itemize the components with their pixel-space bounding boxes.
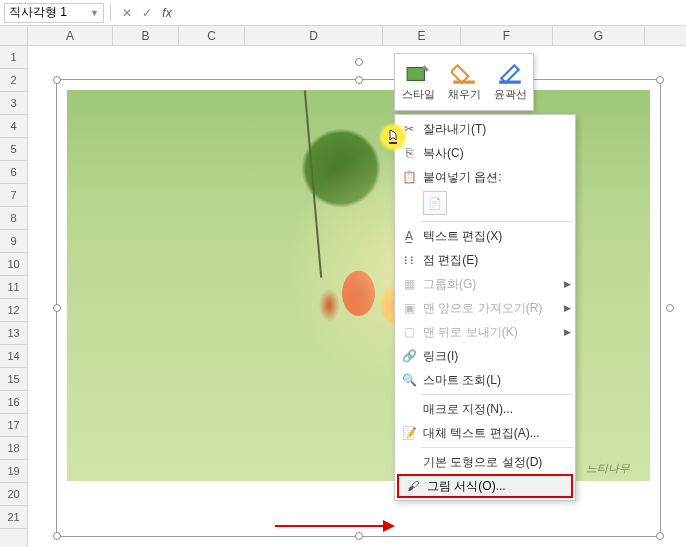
macro-icon [399, 400, 419, 418]
search-icon: 🔍 [399, 371, 419, 389]
row-headers: 1 2 3 4 5 6 7 8 9 10 11 12 13 14 15 16 1… [0, 46, 28, 547]
clipboard-icon: 📋 [399, 168, 419, 186]
menu-copy[interactable]: ⎘ 복사(C) [395, 141, 575, 165]
row-header[interactable]: 15 [0, 368, 27, 391]
style-button[interactable]: 스타일 [395, 54, 441, 110]
bring-front-icon: ▣ [399, 299, 419, 317]
menu-format-picture[interactable]: 🖌 그림 서식(O)... [397, 474, 573, 498]
svg-marker-5 [383, 520, 395, 532]
menu-edit-points[interactable]: ⫶⫶ 점 편집(E) [395, 248, 575, 272]
selection-handle[interactable] [53, 304, 61, 312]
column-headers: A B C D E F G [0, 26, 686, 46]
submenu-arrow-icon: ▶ [564, 327, 571, 337]
paste-option-buttons: 📄 [395, 189, 575, 219]
col-header[interactable]: E [383, 26, 461, 45]
selection-handle[interactable] [666, 304, 674, 312]
context-menu: ✂ 잘라내기(T) ⎘ 복사(C) 📋 붙여넣기 옵션: 📄 A̲ 텍스트 편집… [394, 114, 576, 501]
row-header[interactable]: 14 [0, 345, 27, 368]
menu-assign-macro[interactable]: 매크로 지정(N)... [395, 397, 575, 421]
row-header[interactable]: 2 [0, 69, 27, 92]
fx-icon[interactable]: fx [157, 3, 177, 23]
group-icon: ▦ [399, 275, 419, 293]
row-header[interactable]: 17 [0, 414, 27, 437]
rotation-handle[interactable] [355, 58, 363, 66]
row-header[interactable]: 12 [0, 299, 27, 322]
row-header[interactable]: 13 [0, 322, 27, 345]
col-header[interactable]: D [245, 26, 383, 45]
outline-icon [497, 63, 523, 85]
branch-graphic [304, 90, 322, 277]
fill-button[interactable]: 채우기 [441, 54, 487, 110]
row-header[interactable]: 20 [0, 483, 27, 506]
menu-edit-text[interactable]: A̲ 텍스트 편집(X) [395, 224, 575, 248]
row-header[interactable]: 19 [0, 460, 27, 483]
row-header[interactable]: 16 [0, 391, 27, 414]
cancel-icon[interactable]: ✕ [117, 3, 137, 23]
col-header[interactable]: F [461, 26, 553, 45]
paste-button[interactable]: 📄 [423, 191, 447, 215]
row-header[interactable]: 6 [0, 161, 27, 184]
menu-paste-options: 📋 붙여넣기 옵션: [395, 165, 575, 189]
menu-set-default[interactable]: 기본 도형으로 설정(D) [395, 450, 575, 474]
row-header[interactable]: 5 [0, 138, 27, 161]
selection-handle[interactable] [53, 76, 61, 84]
points-icon: ⫶⫶ [399, 251, 419, 269]
style-label: 스타일 [402, 87, 435, 102]
name-box[interactable]: 직사각형 1 ▼ [4, 3, 104, 23]
col-header[interactable]: G [553, 26, 645, 45]
row-header[interactable]: 18 [0, 437, 27, 460]
menu-smart-lookup[interactable]: 🔍 스마트 조회(L) [395, 368, 575, 392]
menu-bring-front: ▣ 맨 앞으로 가져오기(R) ▶ [395, 296, 575, 320]
divider [110, 4, 111, 22]
separator [421, 394, 573, 395]
svg-rect-2 [499, 80, 521, 83]
col-header[interactable]: B [113, 26, 179, 45]
row-header[interactable]: 7 [0, 184, 27, 207]
mini-toolbar: 스타일 채우기 윤곽선 [394, 53, 534, 111]
row-header[interactable]: 10 [0, 253, 27, 276]
default-shape-icon [399, 453, 419, 471]
select-all-corner[interactable] [0, 26, 28, 45]
format-icon: 🖌 [403, 477, 423, 495]
selection-handle[interactable] [355, 76, 363, 84]
style-icon [405, 63, 431, 85]
row-header[interactable]: 21 [0, 506, 27, 529]
selection-handle[interactable] [53, 532, 61, 540]
outline-label: 윤곽선 [494, 87, 527, 102]
cursor-icon [384, 128, 402, 152]
col-header[interactable]: C [179, 26, 245, 45]
formula-bar: 직사각형 1 ▼ ✕ ✓ fx [0, 0, 686, 26]
menu-send-back: ▢ 맨 뒤로 보내기(K) ▶ [395, 320, 575, 344]
menu-cut[interactable]: ✂ 잘라내기(T) [395, 117, 575, 141]
enter-icon[interactable]: ✓ [137, 3, 157, 23]
selection-handle[interactable] [656, 76, 664, 84]
dropdown-arrow-icon[interactable]: ▼ [90, 8, 99, 18]
watermark: 느티나무 [586, 461, 630, 476]
fill-icon [451, 63, 477, 85]
svg-rect-3 [389, 142, 397, 144]
spreadsheet: A B C D E F G 1 2 3 4 5 6 7 8 9 10 11 12… [0, 26, 686, 547]
row-header[interactable]: 3 [0, 92, 27, 115]
svg-rect-0 [407, 67, 424, 80]
fill-label: 채우기 [448, 87, 481, 102]
link-icon: 🔗 [399, 347, 419, 365]
col-header[interactable]: A [28, 26, 113, 45]
row-header[interactable]: 11 [0, 276, 27, 299]
red-arrow-annotation [275, 516, 395, 536]
menu-group: ▦ 그룹화(G) ▶ [395, 272, 575, 296]
submenu-arrow-icon: ▶ [564, 279, 571, 289]
row-header[interactable]: 4 [0, 115, 27, 138]
submenu-arrow-icon: ▶ [564, 303, 571, 313]
svg-rect-1 [453, 80, 475, 83]
name-box-text: 직사각형 1 [9, 4, 67, 21]
menu-alt-text[interactable]: 📝 대체 텍스트 편집(A)... [395, 421, 575, 445]
row-header[interactable]: 1 [0, 46, 27, 69]
menu-link[interactable]: 🔗 링크(I) [395, 344, 575, 368]
row-header[interactable]: 9 [0, 230, 27, 253]
separator [421, 221, 573, 222]
alt-text-icon: 📝 [399, 424, 419, 442]
outline-button[interactable]: 윤곽선 [487, 54, 533, 110]
row-header[interactable]: 8 [0, 207, 27, 230]
separator [421, 447, 573, 448]
selection-handle[interactable] [656, 532, 664, 540]
